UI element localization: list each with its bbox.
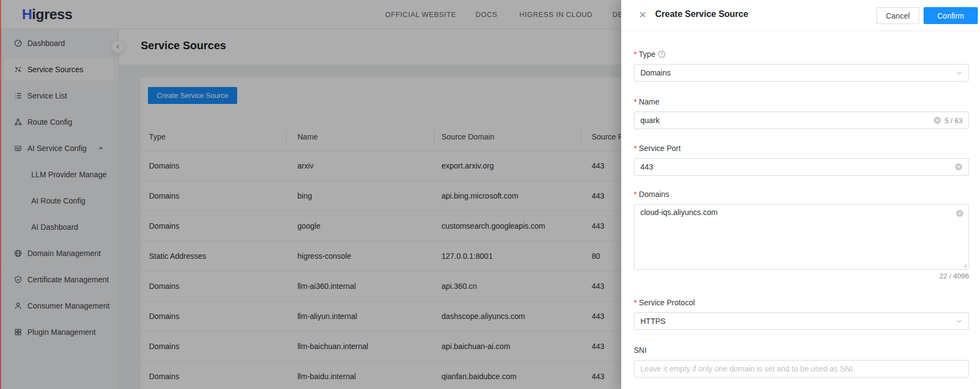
name-input[interactable]	[640, 116, 933, 125]
drawer-mask[interactable]	[0, 0, 621, 389]
domains-field-label: Domains	[634, 188, 669, 200]
sni-field-label: SNI	[634, 344, 646, 356]
question-circle-icon[interactable]	[658, 50, 666, 58]
name-char-counter: 5 / 63	[944, 117, 962, 125]
service-protocol-select-value: HTTPS	[640, 317, 666, 326]
left-edge-strip	[0, 0, 1, 389]
type-select-value: Domains	[640, 68, 670, 77]
clear-icon[interactable]	[955, 163, 962, 171]
sni-input[interactable]	[640, 364, 962, 373]
type-field-label: Type	[634, 48, 666, 60]
domains-textarea[interactable]: cloud-iqs.aliyuncs.com	[634, 205, 968, 269]
service-port-input[interactable]	[640, 162, 955, 171]
cancel-button[interactable]: Cancel	[876, 7, 919, 24]
close-icon[interactable]: ✕	[637, 9, 649, 21]
clear-icon[interactable]	[933, 117, 941, 124]
clear-icon[interactable]	[956, 210, 964, 217]
domains-char-counter: 22 / 4096	[634, 272, 969, 280]
type-select[interactable]: Domains	[634, 64, 969, 82]
domains-textarea-wrapper: cloud-iqs.aliyuncs.com	[634, 204, 969, 270]
chevron-down-icon	[956, 318, 962, 324]
create-service-source-drawer: ✕ Create Service Source Cancel Confirm T…	[621, 0, 980, 389]
confirm-button[interactable]: Confirm	[924, 7, 978, 24]
drawer-title: Create Service Source	[655, 9, 748, 19]
sni-input-wrapper	[634, 360, 969, 378]
service-port-input-wrapper	[634, 158, 969, 176]
name-field-label: Name	[634, 96, 660, 108]
higress-console-page: Higress OFFICIAL WEBSITE DOCS HIGRESS IN…	[0, 0, 980, 389]
drawer-header: ✕ Create Service Source Cancel Confirm	[621, 0, 980, 31]
service-port-field-label: Service Port	[634, 142, 681, 154]
chevron-down-icon	[956, 69, 962, 76]
service-protocol-select[interactable]: HTTPS	[634, 312, 969, 330]
service-protocol-field-label: Service Protocol	[634, 297, 695, 309]
resize-handle[interactable]	[962, 263, 967, 268]
name-input-wrapper: 5 / 63	[634, 112, 969, 129]
